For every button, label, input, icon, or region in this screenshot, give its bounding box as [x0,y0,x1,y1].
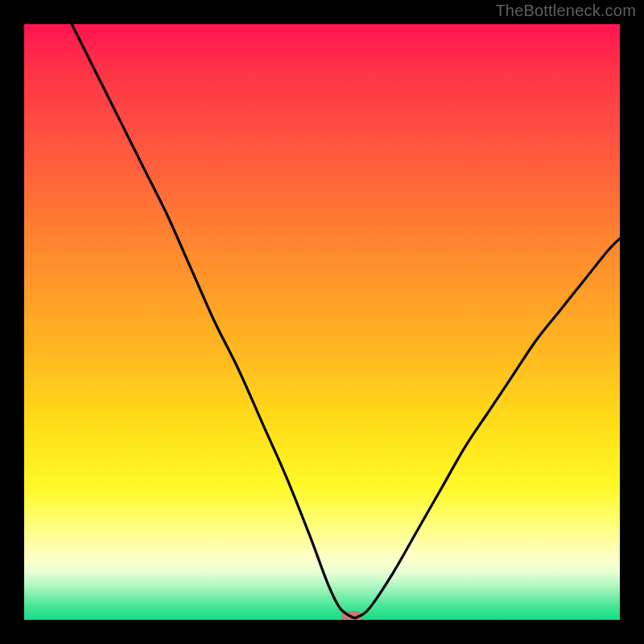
chart-frame: TheBottleneck.com [0,0,644,644]
watermark-text: TheBottleneck.com [495,2,636,20]
curve-path [72,24,620,618]
bottleneck-curve [24,24,620,620]
plot-area [24,24,620,620]
